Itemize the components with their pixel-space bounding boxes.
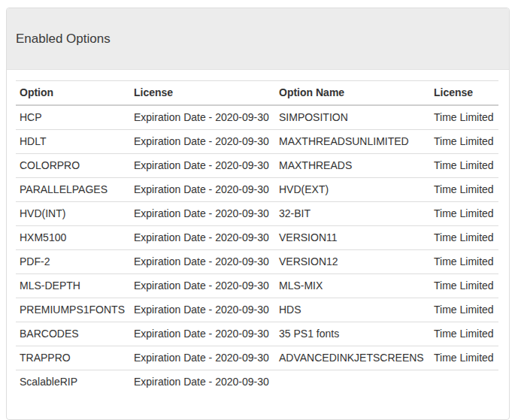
table-cell-license-expiration: Expiration Date - 2020-09-30 — [130, 346, 275, 370]
table-cell-license-expiration: Expiration Date - 2020-09-30 — [130, 298, 275, 322]
table-cell-license-type: Time Limited — [430, 274, 498, 298]
table-cell-option-name: HVD(EXT) — [275, 178, 430, 202]
enabled-options-panel: Enabled Options Option License Option Na… — [6, 8, 510, 420]
table-row: MLS-DEPTHExpiration Date - 2020-09-30MLS… — [16, 274, 498, 298]
table-cell-license-expiration: Expiration Date - 2020-09-30 — [130, 154, 275, 178]
table-cell-license-type: Time Limited — [430, 322, 498, 346]
table-cell-license-expiration: Expiration Date - 2020-09-30 — [130, 202, 275, 226]
table-cell-license-type: Time Limited — [430, 178, 498, 202]
table-cell-license-expiration: Expiration Date - 2020-09-30 — [130, 322, 275, 346]
table-row: PARALLELPAGESExpiration Date - 2020-09-3… — [16, 178, 498, 202]
table-cell-license-expiration: Expiration Date - 2020-09-30 — [130, 274, 275, 298]
table-cell-option-name: MAXTHREADS — [275, 154, 430, 178]
table-cell-option-name: HDS — [275, 298, 430, 322]
table-cell-option-name: VERSION12 — [275, 250, 430, 274]
table-cell-option: HDLT — [16, 130, 130, 154]
table-cell-license-type: Time Limited — [430, 154, 498, 178]
table-cell-license-type: Time Limited — [430, 346, 498, 370]
table-cell-option: MLS-DEPTH — [16, 274, 130, 298]
table-cell-option-name: VERSION11 — [275, 226, 430, 250]
table-cell-option: HXM5100 — [16, 226, 130, 250]
table-header-row: Option License Option Name License — [16, 81, 498, 106]
table-cell-license-type: Time Limited — [430, 250, 498, 274]
table-cell-option-name: SIMPOSITION — [275, 105, 430, 130]
table-cell-option: HCP — [16, 105, 130, 130]
table-cell-option-name: MAXTHREADSUNLIMITED — [275, 130, 430, 154]
table-row: TRAPPROExpiration Date - 2020-09-30ADVAN… — [16, 346, 498, 370]
table-cell-license-expiration: Expiration Date - 2020-09-30 — [130, 105, 275, 130]
column-header-license-expiration: License — [130, 81, 275, 106]
table-row: HXM5100Expiration Date - 2020-09-30VERSI… — [16, 226, 498, 250]
table-cell-license-expiration: Expiration Date - 2020-09-30 — [130, 370, 275, 394]
table-cell-option: COLORPRO — [16, 154, 130, 178]
table-cell-option: PREMIUMPS1FONTS — [16, 298, 130, 322]
table-cell-license-type — [430, 370, 498, 394]
table-cell-license-type: Time Limited — [430, 130, 498, 154]
table-row: HCPExpiration Date - 2020-09-30SIMPOSITI… — [16, 105, 498, 130]
table-cell-option: BARCODES — [16, 322, 130, 346]
column-header-option-name: Option Name — [275, 81, 430, 106]
table-cell-option-name: 32-BIT — [275, 202, 430, 226]
table-cell-license-type: Time Limited — [430, 105, 498, 130]
table-cell-license-expiration: Expiration Date - 2020-09-30 — [130, 178, 275, 202]
table-row: BARCODESExpiration Date - 2020-09-3035 P… — [16, 322, 498, 346]
table-row: PREMIUMPS1FONTSExpiration Date - 2020-09… — [16, 298, 498, 322]
column-header-option: Option — [16, 81, 130, 106]
table-cell-license-expiration: Expiration Date - 2020-09-30 — [130, 226, 275, 250]
table-cell-option-name — [275, 370, 430, 394]
table-cell-option: HVD(INT) — [16, 202, 130, 226]
enabled-options-table: Option License Option Name License HCPEx… — [16, 80, 498, 394]
table-row: PDF-2Expiration Date - 2020-09-30VERSION… — [16, 250, 498, 274]
panel-header: Enabled Options — [7, 8, 509, 70]
table-cell-license-type: Time Limited — [430, 226, 498, 250]
table-cell-license-type: Time Limited — [430, 298, 498, 322]
table-header: Option License Option Name License — [16, 81, 498, 106]
table-cell-option: PARALLELPAGES — [16, 178, 130, 202]
table-cell-license-expiration: Expiration Date - 2020-09-30 — [130, 250, 275, 274]
table-row: HDLTExpiration Date - 2020-09-30MAXTHREA… — [16, 130, 498, 154]
table-cell-option-name: MLS-MIX — [275, 274, 430, 298]
table-row: COLORPROExpiration Date - 2020-09-30MAXT… — [16, 154, 498, 178]
table-cell-option: TRAPPRO — [16, 346, 130, 370]
table-cell-option-name: ADVANCEDINKJETSCREENS — [275, 346, 430, 370]
table-cell-license-type: Time Limited — [430, 202, 498, 226]
table-cell-option: ScalableRIP — [16, 370, 130, 394]
column-header-license-type: License — [430, 81, 498, 106]
table-body: HCPExpiration Date - 2020-09-30SIMPOSITI… — [16, 105, 498, 394]
table-cell-license-expiration: Expiration Date - 2020-09-30 — [130, 130, 275, 154]
table-row: HVD(INT)Expiration Date - 2020-09-3032-B… — [16, 202, 498, 226]
table-cell-option-name: 35 PS1 fonts — [275, 322, 430, 346]
panel-title: Enabled Options — [16, 31, 498, 47]
table-row: ScalableRIPExpiration Date - 2020-09-30 — [16, 370, 498, 394]
table-cell-option: PDF-2 — [16, 250, 130, 274]
panel-body: Option License Option Name License HCPEx… — [7, 70, 509, 419]
